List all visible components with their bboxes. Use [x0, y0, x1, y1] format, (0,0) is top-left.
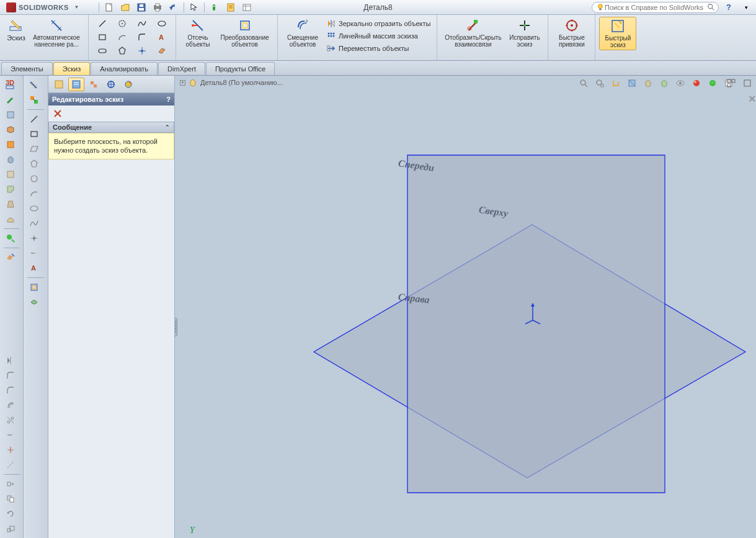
app-logo[interactable]: SOLIDWORKS ▼: [2, 2, 85, 12]
text-button[interactable]: A: [25, 261, 43, 275]
select-button[interactable]: [187, 1, 202, 14]
scale-tool-button[interactable]: [1, 522, 20, 536]
sketch-button[interactable]: Эскиз: [4, 17, 29, 43]
move-tool-button[interactable]: [1, 477, 20, 491]
render-tab[interactable]: [120, 78, 136, 91]
face-button[interactable]: [1, 108, 20, 122]
construction-geometry-button[interactable]: [1, 458, 20, 472]
shaded-button[interactable]: [1, 138, 20, 151]
text-tool-button[interactable]: A: [152, 30, 172, 44]
fillet-tool-button[interactable]: [1, 369, 20, 382]
move-label: Переместить объекты: [339, 45, 409, 52]
plane-tool-button[interactable]: [152, 44, 172, 58]
ellipse-tool-button[interactable]: [152, 17, 172, 30]
dome-button[interactable]: [1, 212, 20, 226]
auto-dimension-button[interactable]: Автоматическое нанесение ра...: [29, 17, 84, 49]
centerline-button[interactable]: [25, 246, 43, 260]
circle-tool-button[interactable]: [112, 17, 132, 30]
mirror-button[interactable]: Зеркально отразить объекты: [324, 18, 433, 29]
add-relation-button[interactable]: [25, 93, 43, 107]
offset-button[interactable]: Смещение объектов: [282, 17, 324, 49]
feature-tree-tab[interactable]: [51, 78, 67, 91]
polygon-tool-button[interactable]: [112, 44, 132, 58]
copy-tool-button[interactable]: [1, 492, 20, 506]
panel-help-button[interactable]: ?: [166, 96, 171, 103]
polygon-button[interactable]: [25, 157, 43, 171]
rectangle-tool-button[interactable]: [92, 30, 112, 44]
tab-analyze[interactable]: Анализировать: [91, 62, 158, 75]
panel-cancel-button[interactable]: [52, 108, 63, 119]
arc-button[interactable]: [25, 187, 43, 200]
repair-sketch-button[interactable]: Исправить эскиз: [505, 17, 544, 49]
convert-entities-button[interactable]: Преобразование объектов: [216, 17, 273, 49]
help-button[interactable]: ?: [721, 1, 736, 14]
view-normal-button[interactable]: [1, 251, 20, 264]
split-tool-button[interactable]: [1, 443, 20, 457]
smart-dimension-button[interactable]: [25, 78, 43, 92]
convert-label: Преобразование объектов: [218, 34, 271, 48]
chamfer-tool-button[interactable]: [1, 383, 20, 397]
offset-tool-button[interactable]: [1, 398, 20, 412]
help-search-box[interactable]: [592, 2, 719, 13]
rebuild-button[interactable]: [207, 1, 222, 14]
property-manager-panel: Редактировать эскиз ? Сообщение ⌃ Выбери…: [48, 76, 175, 538]
repair-label: Исправить эскиз: [507, 34, 541, 48]
point-tool-button[interactable]: [132, 44, 152, 58]
tab-features[interactable]: Элементы: [1, 62, 53, 75]
rectangle-button[interactable]: [25, 127, 43, 141]
svg-rect-13: [243, 4, 251, 11]
cut-button[interactable]: [1, 168, 20, 181]
tab-office[interactable]: Продукты Office: [206, 62, 275, 75]
print-button[interactable]: [150, 1, 165, 14]
sketch-tool-button[interactable]: [1, 93, 20, 107]
circle-button[interactable]: [25, 172, 43, 186]
configuration-tab[interactable]: [86, 78, 102, 91]
trim-button[interactable]: Отсечь объекты: [180, 17, 216, 49]
slot-tool-button[interactable]: [92, 44, 112, 58]
open-file-button[interactable]: [118, 1, 133, 14]
save-button[interactable]: [134, 1, 149, 14]
mirror-tool-button[interactable]: [1, 354, 20, 367]
fillet-tool-button[interactable]: [132, 30, 152, 44]
quick-sketch-button[interactable]: Быстрый эскиз: [599, 17, 636, 50]
overflow-button[interactable]: ▾: [739, 1, 754, 14]
surface-button[interactable]: [1, 123, 20, 137]
line-tool-button[interactable]: [92, 17, 112, 30]
message-section-header[interactable]: Сообщение ⌃: [48, 122, 174, 133]
display-relations-button[interactable]: Отобразить/Скрыть взаимосвязи: [441, 17, 505, 49]
quick-snaps-button[interactable]: Быстрые привязки: [552, 17, 591, 49]
app-menu-dropdown[interactable]: ▼: [73, 3, 81, 12]
undo-button[interactable]: [166, 1, 181, 14]
intersection-curve-button[interactable]: [25, 295, 43, 309]
convert-entities-button[interactable]: [25, 280, 43, 294]
options-button[interactable]: [223, 1, 238, 14]
rotate-tool-button[interactable]: [1, 507, 20, 521]
draft-button[interactable]: [1, 197, 20, 211]
3d-sketch-button[interactable]: 3D: [1, 78, 20, 92]
shell-button[interactable]: [1, 182, 20, 196]
auto-dimension-label: Автоматическое нанесение ра...: [31, 34, 82, 48]
svg-rect-2: [139, 8, 144, 11]
move-entities-button[interactable]: Переместить объекты: [324, 43, 433, 54]
trim-tool-button[interactable]: [1, 413, 20, 427]
line-button[interactable]: [25, 112, 43, 126]
property-manager-tab[interactable]: [68, 78, 84, 91]
body-button[interactable]: [1, 153, 20, 166]
linear-pattern-button[interactable]: Линейный массив эскиза: [324, 30, 433, 42]
file-properties-button[interactable]: [239, 1, 254, 14]
point-button[interactable]: [25, 231, 43, 245]
new-file-button[interactable]: [102, 1, 117, 14]
dimxpert-tab[interactable]: [103, 78, 119, 91]
tab-dimxpert[interactable]: DimXpert: [158, 62, 205, 75]
arc-tool-button[interactable]: [112, 30, 132, 44]
qat-separator: [99, 2, 99, 12]
spline-button[interactable]: [25, 217, 43, 230]
spline-tool-button[interactable]: [132, 17, 152, 30]
parallelogram-button[interactable]: [25, 142, 43, 156]
ellipse-button[interactable]: [25, 202, 43, 215]
help-search-input[interactable]: [605, 4, 707, 11]
view-tool-button[interactable]: [1, 231, 20, 245]
tab-sketch[interactable]: Эскиз: [53, 62, 90, 75]
graphics-viewport[interactable]: + Деталь8 (По умолчанию... ✕: [175, 76, 756, 538]
extend-tool-button[interactable]: [1, 428, 20, 442]
